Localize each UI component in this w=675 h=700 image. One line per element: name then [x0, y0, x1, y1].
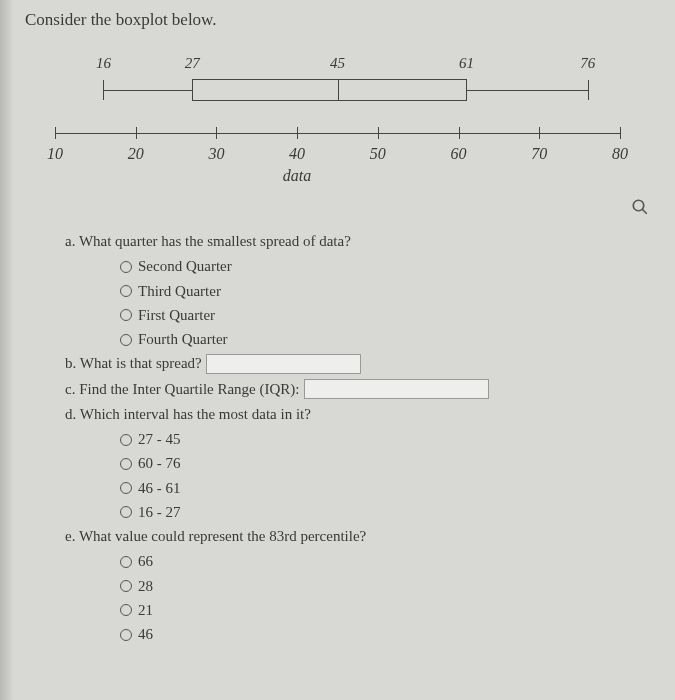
qe-option-4[interactable]: 46	[120, 623, 650, 646]
label-q3: 61	[459, 55, 474, 72]
radio-icon	[120, 334, 132, 346]
boxplot-chart: 16 27 45 61 76 10 20 30 40 50 60 70 80 d…	[55, 55, 620, 195]
questions: a. What quarter has the smallest spread …	[65, 230, 650, 646]
label-q1: 27	[185, 55, 200, 72]
boxplot-shape	[55, 77, 620, 103]
svg-line-1	[642, 209, 647, 214]
radio-icon	[120, 434, 132, 446]
radio-icon	[120, 556, 132, 568]
radio-icon	[120, 629, 132, 641]
qa-option-third[interactable]: Third Quarter	[120, 280, 650, 303]
qe-option-1[interactable]: 66	[120, 550, 650, 573]
x-axis-label: data	[283, 167, 311, 185]
radio-icon	[120, 261, 132, 273]
qb-input[interactable]	[206, 354, 361, 374]
radio-icon	[120, 309, 132, 321]
label-max: 76	[580, 55, 595, 72]
page-title: Consider the boxplot below.	[25, 10, 650, 30]
radio-icon	[120, 285, 132, 297]
question-a: a. What quarter has the smallest spread …	[65, 230, 650, 253]
svg-point-0	[633, 200, 644, 211]
radio-icon	[120, 604, 132, 616]
radio-icon	[120, 458, 132, 470]
qc-input[interactable]	[304, 379, 489, 399]
question-b: b. What is that spread?	[65, 352, 650, 375]
qa-option-fourth[interactable]: Fourth Quarter	[120, 328, 650, 351]
qd-option-1[interactable]: 27 - 45	[120, 428, 650, 451]
label-median: 45	[330, 55, 345, 72]
question-d: d. Which interval has the most data in i…	[65, 403, 650, 426]
radio-icon	[120, 482, 132, 494]
qa-option-first[interactable]: First Quarter	[120, 304, 650, 327]
qd-option-2[interactable]: 60 - 76	[120, 452, 650, 475]
qe-option-3[interactable]: 21	[120, 599, 650, 622]
question-e: e. What value could represent the 83rd p…	[65, 525, 650, 548]
zoom-icon[interactable]	[631, 198, 649, 221]
qd-option-4[interactable]: 16 - 27	[120, 501, 650, 524]
qa-option-second[interactable]: Second Quarter	[120, 255, 650, 278]
qe-option-2[interactable]: 28	[120, 575, 650, 598]
radio-icon	[120, 580, 132, 592]
label-min: 16	[96, 55, 111, 72]
qd-option-3[interactable]: 46 - 61	[120, 477, 650, 500]
question-c: c. Find the Inter Quartile Range (IQR):	[65, 378, 650, 401]
x-axis	[55, 133, 620, 134]
radio-icon	[120, 506, 132, 518]
